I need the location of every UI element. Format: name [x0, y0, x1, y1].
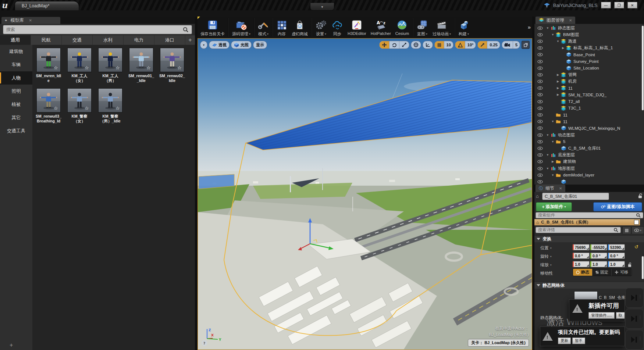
rail-item-植被[interactable]: 植被: [0, 98, 32, 111]
asset-card[interactable]: ☆SM_renwu01__Idle: [128, 48, 154, 83]
expand-arrow-icon[interactable]: ▼: [545, 133, 550, 137]
maximize-button[interactable]: ❐: [614, 2, 624, 8]
rail-item-车辆[interactable]: 车辆: [0, 58, 32, 71]
expand-arrow-icon[interactable]: ▼: [545, 153, 550, 157]
layer-tree-row[interactable]: C_B_SM_仓库01: [534, 145, 642, 151]
close-icon[interactable]: ✕: [29, 18, 32, 22]
toast-collapse-button[interactable]: ⋮: [625, 309, 644, 329]
blueprint-add-script-button[interactable]: 蓝图/添加脚本: [593, 202, 642, 211]
asset-thumbnail[interactable]: ☆: [98, 48, 122, 72]
layer-tree-row[interactable]: ▼11: [534, 118, 642, 125]
scale-snap-toggle[interactable]: [478, 41, 487, 49]
layer-tree-row[interactable]: T2_all: [534, 98, 642, 105]
visibility-eye-icon[interactable]: [534, 100, 545, 103]
visibility-eye-icon[interactable]: [534, 46, 545, 50]
scale-label[interactable]: 缩放▾: [540, 262, 552, 268]
tab-details[interactable]: ⓘ 细节 ✕: [536, 185, 565, 192]
category-tab-民航[interactable]: 民航: [31, 35, 62, 45]
dismiss-button[interactable]: 取: [616, 312, 625, 319]
visibility-eye-icon[interactable]: [534, 53, 545, 56]
visibility-eye-icon[interactable]: [534, 67, 545, 70]
rail-item-交通工具[interactable]: 交通工具: [0, 124, 32, 138]
checkbox[interactable]: [634, 220, 639, 225]
expand-arrow-icon[interactable]: ▼: [551, 33, 555, 36]
visibility-eye-icon[interactable]: [534, 133, 545, 137]
category-tab-水利[interactable]: 水利: [93, 35, 124, 45]
rotation-label[interactable]: 旋转▾: [540, 254, 552, 259]
close-button[interactable]: ✕: [627, 2, 637, 8]
asset-card[interactable]: ☆KM_警察（男）_Idle: [97, 88, 124, 123]
collapse-arrow-icon[interactable]: ▶: [556, 93, 560, 96]
close-icon[interactable]: ✕: [569, 18, 572, 22]
transform-value-field[interactable]: 0.0 °: [590, 253, 607, 259]
layer-tree-row[interactable]: ▼动态图层: [534, 132, 642, 138]
category-tab-电力[interactable]: 电力: [124, 35, 154, 45]
camera-speed-value[interactable]: 5: [513, 41, 520, 49]
save-button[interactable]: 保存当前关卡: [198, 17, 227, 37]
close-icon[interactable]: ✕: [559, 186, 562, 190]
layer-tree-row[interactable]: 11: [534, 111, 642, 118]
camera-speed-button[interactable]: [502, 41, 513, 49]
visibility-eye-icon[interactable]: [534, 60, 545, 63]
layer-tree-row[interactable]: ▶建筑物: [534, 158, 642, 165]
collapse-arrow-icon[interactable]: ▶: [556, 80, 560, 83]
category-tab-通用[interactable]: 通用: [0, 35, 31, 45]
transform-value-field[interactable]: -55520: [590, 244, 607, 250]
rail-item-人物[interactable]: 人物: [0, 71, 32, 85]
layer-tree-row[interactable]: ▶机房: [534, 78, 642, 85]
visibility-eye-icon[interactable]: [534, 86, 545, 90]
expand-arrow-icon[interactable]: ▼: [551, 120, 555, 123]
mobility-静态[interactable]: 静态: [573, 269, 593, 276]
visibility-eye-icon[interactable]: [534, 174, 545, 177]
h3d-button[interactable]: H3DEditor: [345, 17, 369, 36]
asset-card[interactable]: ☆SM_nvren_Idle: [35, 48, 62, 83]
grid-snap-value[interactable]: 10: [444, 41, 453, 49]
expand-arrow-icon[interactable]: ▼: [556, 40, 560, 43]
view-options-button[interactable]: ▾: [631, 226, 644, 234]
viewport-显示-button[interactable]: 显示: [253, 41, 267, 49]
layer-tree-row[interactable]: ▶标高_标高_1_标高_1: [534, 45, 642, 51]
not-now-button[interactable]: 暂不: [572, 338, 585, 344]
transform-value-field[interactable]: 1.0: [590, 261, 607, 267]
layer-tree-row[interactable]: Base_Point: [534, 51, 642, 58]
hotpatch-button[interactable]: AzHotPatcher: [369, 17, 393, 36]
panel-divider[interactable]: [195, 17, 198, 350]
toolbar-overflow-chevron-icon[interactable]: »: [528, 24, 531, 30]
visibility-eye-icon[interactable]: [534, 126, 545, 130]
search-details-input[interactable]: 搜索详情: [536, 227, 621, 233]
visibility-eye-icon[interactable]: [534, 33, 545, 36]
actor-name-field[interactable]: C_B_SM_仓库01: [542, 193, 609, 200]
visibility-eye-icon[interactable]: [534, 140, 545, 143]
rail-item-其它[interactable]: 其它: [0, 111, 32, 124]
rotate-tool-button[interactable]: [389, 41, 399, 49]
layer-tree-row[interactable]: ▼跑道: [534, 38, 642, 44]
manage-plugins-button[interactable]: 管理插件.....: [588, 312, 615, 319]
tab-layer-manager[interactable]: 图层管理 ✕: [536, 17, 575, 24]
layer-tree-row[interactable]: ▼地形图层: [534, 165, 642, 172]
maximize-viewport-button[interactable]: [522, 41, 530, 49]
visibility-eye-icon[interactable]: [534, 93, 545, 96]
category-tab-交通[interactable]: 交通: [62, 35, 93, 45]
layer-tree-row[interactable]: ▶SM_bj_T3DE_DJQ_: [534, 92, 642, 98]
scale-tool-button[interactable]: [399, 41, 409, 49]
visibility-eye-icon[interactable]: [534, 113, 545, 117]
asset-thumbnail[interactable]: ☆: [67, 88, 92, 113]
layer-tree-row[interactable]: ▶管网: [534, 71, 642, 78]
add-component-button[interactable]: + 添加组件 ▾: [536, 202, 572, 211]
toolbar-collapse-tab[interactable]: ▾: [310, 3, 334, 11]
asset-card[interactable]: ☆KM_警察（女）: [66, 88, 93, 123]
asset-thumbnail[interactable]: ☆: [67, 48, 92, 72]
layer-tree-row[interactable]: WLMQJC_CM_feixingqu_N: [534, 125, 642, 132]
asset-thumbnail[interactable]: ☆: [36, 48, 61, 72]
transform-value-field[interactable]: 0.0 °: [573, 253, 590, 259]
content-button[interactable]: 内容: [274, 17, 289, 37]
visibility-eye-icon[interactable]: [534, 40, 545, 43]
collapse-arrow-icon[interactable]: ▶: [556, 86, 560, 90]
modes-button[interactable]: 模式▾: [256, 17, 271, 37]
grid-snap-toggle[interactable]: [435, 41, 444, 49]
level-document-tab[interactable]: BJ_LoadMap*: [15, 1, 79, 10]
component-instance-row[interactable]: ⌂ C_B_SM_仓库01（实例）: [534, 219, 640, 225]
display-filter-button[interactable]: [622, 226, 631, 234]
visibility-eye-icon[interactable]: [534, 80, 545, 83]
asset-thumbnail[interactable]: ☆: [160, 48, 184, 72]
